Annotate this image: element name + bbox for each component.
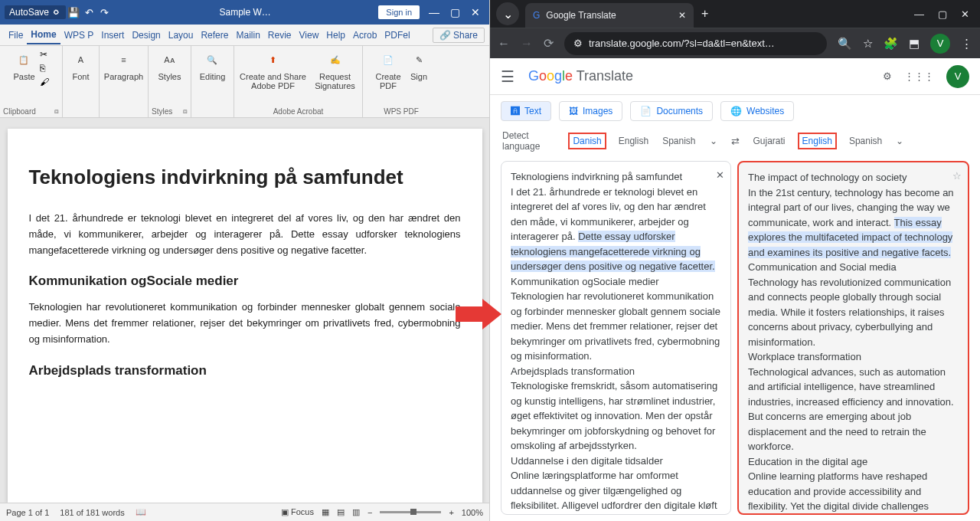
share-button[interactable]: 🔗 Share [433, 28, 485, 43]
sign-button[interactable]: ✎Sign [408, 49, 430, 81]
settings-icon[interactable]: ⚙ [883, 70, 892, 82]
focus-mode[interactable]: ▣ Focus [281, 507, 314, 517]
close-icon[interactable]: ✕ [961, 8, 969, 20]
back-icon[interactable]: ← [498, 37, 510, 51]
create-pdf-button[interactable]: 📄Create PDF [373, 49, 403, 90]
tab-wps[interactable]: WPS P [60, 27, 98, 44]
lang-more-icon[interactable]: ⌄ [894, 133, 905, 149]
tab-search-icon[interactable]: ⌄ [496, 2, 519, 25]
tab-pdfelement[interactable]: PDFel [381, 27, 413, 44]
lang-english[interactable]: English [617, 133, 650, 149]
cut-icon[interactable]: ✂ [40, 49, 49, 60]
word-count[interactable]: 181 of 181 words [60, 508, 124, 517]
doc-paragraph: Teknologien har revolutioneret kommunika… [29, 300, 461, 347]
tab-help[interactable]: Help [322, 27, 349, 44]
view-web-icon[interactable]: ▥ [352, 507, 360, 517]
copy-icon[interactable]: ⎘ [40, 63, 49, 74]
paste-icon: 📋 [13, 49, 34, 70]
tab-layout[interactable]: Layou [165, 27, 198, 44]
undo-icon[interactable]: ↶ [81, 7, 96, 18]
format-painter-icon[interactable]: 🖌 [40, 77, 49, 87]
autosave-toggle[interactable]: AutoSave⭘ [5, 5, 66, 19]
hamburger-icon[interactable]: ☰ [501, 67, 514, 86]
expand-icon[interactable]: ⧈ [183, 107, 188, 116]
paste-button[interactable]: 📋Paste [13, 49, 34, 81]
tab-design[interactable]: Design [128, 27, 164, 44]
signin-button[interactable]: Sign in [378, 5, 420, 19]
request-signatures-button[interactable]: ✍Request Signatures [312, 49, 358, 90]
lang-english[interactable]: English [798, 133, 837, 149]
tab-acrobat[interactable]: Acrob [349, 27, 381, 44]
src-text: Kommunikation ogSociale medier [511, 276, 659, 287]
bookmark-icon[interactable]: ☆ [863, 37, 873, 51]
styles-button[interactable]: AᴀStyles [158, 49, 181, 81]
google-logo: Google Translate [528, 68, 633, 84]
tab-file[interactable]: File [5, 27, 27, 44]
tab-references[interactable]: Refere [197, 27, 232, 44]
lang-detect[interactable]: Detect language [501, 127, 557, 155]
minimize-icon[interactable]: — [914, 8, 924, 20]
address-bar[interactable]: ⚙ translate.google.com/?sl=da&tl=en&text… [564, 32, 827, 55]
mode-text[interactable]: 🅰 Text [501, 101, 551, 121]
lang-danish[interactable]: Danish [568, 133, 606, 149]
font-icon: A [70, 49, 92, 70]
annotation-arrow [456, 299, 501, 329]
document-area[interactable]: Teknologiens indvirkning på samfundet I … [0, 118, 489, 503]
tgt-text: Technology has revolutionized communicat… [748, 277, 951, 348]
mode-documents[interactable]: 📄 Documents [630, 101, 713, 121]
new-tab-icon[interactable]: + [701, 7, 708, 21]
tab-mailings[interactable]: Mailin [232, 27, 263, 44]
tab-view[interactable]: View [296, 27, 323, 44]
view-read-icon[interactable]: ▤ [337, 507, 345, 517]
reload-icon[interactable]: ⟳ [544, 36, 554, 51]
lang-more-icon[interactable]: ⌄ [708, 133, 719, 149]
word-window: AutoSave⭘ 💾 ↶ ↷ Sample W… Sign in — ▢ ✕ … [0, 0, 490, 521]
editing-button[interactable]: 🔍Editing [200, 49, 226, 81]
zoom-level[interactable]: 100% [462, 508, 483, 517]
create-share-pdf-button[interactable]: ⬆Create and Share Adobe PDF [239, 49, 308, 90]
apps-icon[interactable]: ⋮⋮⋮ [904, 70, 934, 82]
tab-close-icon[interactable]: ✕ [678, 10, 686, 21]
mode-websites[interactable]: 🌐 Websites [720, 101, 794, 121]
maximize-icon[interactable]: ▢ [450, 6, 460, 18]
minimize-icon[interactable]: — [429, 6, 439, 18]
url-text: translate.google.com/?sl=da&tl=en&text… [589, 38, 775, 49]
close-icon[interactable]: ✕ [471, 6, 480, 18]
swap-icon[interactable]: ⇄ [719, 136, 752, 147]
redo-icon[interactable]: ↷ [96, 7, 112, 18]
lang-spanish[interactable]: Spanish [848, 133, 884, 149]
zoom-out-icon[interactable]: − [368, 508, 372, 517]
mode-images[interactable]: 🖼 Images [559, 101, 622, 121]
lang-spanish[interactable]: Spanish [661, 133, 697, 149]
source-pane[interactable]: ✕ Teknologiens indvirkning på samfundet … [501, 161, 731, 515]
expand-icon[interactable]: ⧈ [54, 107, 59, 116]
view-print-icon[interactable]: ▦ [322, 507, 329, 517]
zoom-slider[interactable] [380, 511, 441, 513]
save-icon[interactable]: 💾 [66, 7, 81, 18]
profile-avatar[interactable]: V [930, 34, 950, 54]
account-avatar[interactable]: V [946, 65, 969, 88]
font-button[interactable]: AFont [70, 49, 92, 81]
zoom-in-icon[interactable]: + [449, 508, 453, 517]
tab-home[interactable]: Home [27, 26, 60, 44]
favicon-icon: G [533, 10, 540, 21]
page-count[interactable]: Page 1 of 1 [6, 508, 49, 517]
install-icon[interactable]: ⬒ [909, 37, 920, 51]
site-info-icon[interactable]: ⚙ [573, 38, 583, 49]
lang-gujarati[interactable]: Gujarati [752, 133, 787, 149]
spellcheck-icon[interactable]: 📖 [136, 507, 146, 517]
tgt-text: Education in the digital age [748, 456, 867, 467]
paragraph-button[interactable]: ≡Paragraph [104, 49, 143, 81]
tab-review[interactable]: Revie [264, 27, 296, 44]
tab-insert[interactable]: Insert [97, 27, 128, 44]
browser-tab[interactable]: G Google Translate ✕ [525, 3, 694, 28]
search-icon[interactable]: 🔍 [838, 37, 852, 51]
clear-icon[interactable]: ✕ [716, 168, 724, 183]
page: Teknologiens indvirkning på samfundet I … [8, 129, 482, 503]
editing-icon: 🔍 [201, 49, 223, 70]
menu-icon[interactable]: ⋮ [961, 37, 972, 51]
star-icon[interactable]: ☆ [952, 169, 962, 184]
forward-icon[interactable]: → [521, 37, 533, 51]
maximize-icon[interactable]: ▢ [938, 8, 947, 20]
extensions-icon[interactable]: 🧩 [884, 37, 898, 51]
